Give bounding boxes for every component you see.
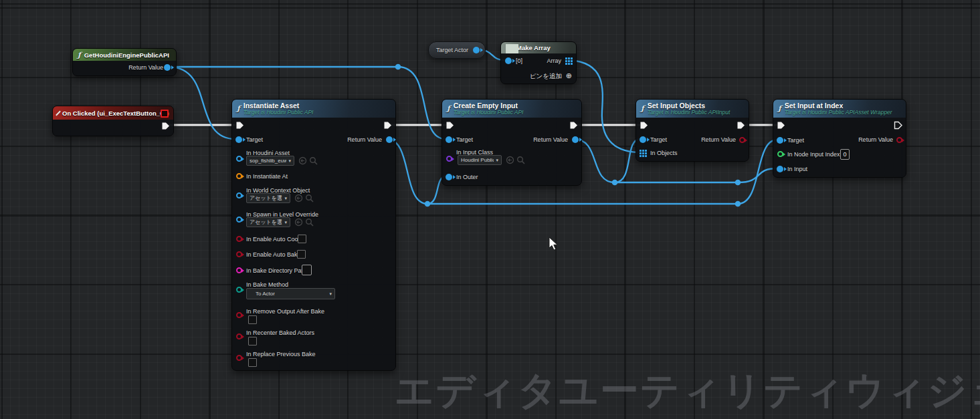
pin-label-in-bake-directory: In Bake Directory Path <box>246 267 306 274</box>
pin-in-objects[interactable] <box>640 150 642 152</box>
pin-in-bake-method[interactable] <box>236 287 242 293</box>
pin-label-in-enable-auto-bake: In Enable Auto Bake <box>246 251 301 258</box>
use-selected-icon[interactable] <box>506 156 514 164</box>
pin-in-recenter[interactable] <box>236 333 242 339</box>
auto-cook-checkbox[interactable] <box>298 235 306 243</box>
pin-label-in-replace-previous: In Replace Previous Bake <box>246 351 316 358</box>
use-selected-icon[interactable] <box>294 218 303 227</box>
pin-return-value[interactable] <box>572 136 579 143</box>
pin-in-enable-auto-cook[interactable] <box>236 236 242 242</box>
pin-label-return-value: Return Value <box>128 64 163 71</box>
pin-return-value[interactable] <box>164 64 171 71</box>
exec-out-pin[interactable] <box>161 122 170 130</box>
pin-in-input[interactable] <box>777 166 783 172</box>
bake-directory-textbox[interactable] <box>302 265 312 275</box>
pin-target-actor-out[interactable] <box>473 47 480 53</box>
pin-label-target: Target <box>787 137 804 144</box>
node-set-input-at-index[interactable]: ƒ Set Input at Index Target is Houdini P… <box>773 99 906 178</box>
pin-label-in-enable-auto-cook: In Enable Auto Cook <box>246 236 301 243</box>
input-class-dropdown[interactable]: Houdini Public A▾ <box>458 155 502 165</box>
reroute-dot[interactable] <box>735 201 741 207</box>
pin-label-in-input: In Input <box>787 166 807 172</box>
pin-in-enable-auto-bake[interactable] <box>236 251 242 257</box>
reroute-dot[interactable] <box>735 180 741 186</box>
node-target-actor-variable[interactable]: Target Actor <box>428 41 486 59</box>
pin-in-instantiate-at[interactable] <box>236 173 242 179</box>
node-header[interactable]: ƒ Set Input at Index Target is Houdini P… <box>773 100 906 118</box>
pin-return-value[interactable] <box>739 137 745 143</box>
pin-element-0[interactable] <box>505 57 512 64</box>
replace-previous-checkbox[interactable] <box>248 358 257 367</box>
world-context-dropdown[interactable]: アセットを選択▾ <box>246 193 290 203</box>
exec-out-pin[interactable] <box>737 121 745 130</box>
exec-in-pin[interactable] <box>446 121 454 130</box>
blueprint-graph-canvas[interactable]: エディタユーティリティウィジェット ƒ GetHoudiniEnginePubl… <box>0 0 980 419</box>
pin-in-remove-output[interactable] <box>236 312 242 318</box>
wire-api-to-createinput-target <box>398 67 446 139</box>
auto-bake-checkbox[interactable] <box>297 250 306 259</box>
spawn-level-value: アセットを選択 <box>250 219 282 226</box>
node-header[interactable]: Make Array <box>501 42 576 53</box>
browse-icon[interactable] <box>309 156 318 165</box>
node-create-empty-input[interactable]: ƒ Create Empty Input Target is Houdini P… <box>442 99 582 186</box>
pin-in-bake-directory[interactable] <box>236 267 242 273</box>
wire-to-setindex-input <box>738 168 777 182</box>
browse-icon[interactable] <box>305 218 314 227</box>
event-icon <box>56 110 61 116</box>
pin-return-value[interactable] <box>896 137 902 143</box>
use-selected-icon[interactable] <box>294 194 303 202</box>
exec-in-pin[interactable] <box>777 121 785 130</box>
exec-in-pin[interactable] <box>640 121 648 130</box>
pin-return-value[interactable] <box>386 136 393 143</box>
pin-in-spawn-level[interactable] <box>236 217 242 223</box>
pin-in-replace-previous[interactable] <box>236 355 242 361</box>
exec-out-pin[interactable] <box>569 121 578 130</box>
bake-method-value: To Actor <box>256 291 275 297</box>
reroute-dot[interactable] <box>395 64 401 70</box>
add-pin-icon[interactable]: ⊕ <box>566 72 572 80</box>
node-header[interactable]: ƒ Set Input Objects Target is Houdini Pu… <box>636 100 749 118</box>
node-header[interactable]: On Clicked (ui_ExecTextButton_01) <box>53 106 173 120</box>
recenter-checkbox[interactable] <box>248 337 257 345</box>
node-header[interactable]: ƒ Create Empty Input Target is Houdini P… <box>442 100 581 118</box>
browse-icon[interactable] <box>305 194 314 202</box>
bake-method-dropdown[interactable]: To Actor▾ <box>246 288 335 299</box>
pin-array-out[interactable] <box>565 57 567 59</box>
pin-in-outer[interactable] <box>446 174 452 180</box>
exec-in-pin[interactable] <box>235 121 244 130</box>
node-subtitle: Target is Houdini Public APIAsset Wrappe… <box>785 109 892 116</box>
pin-in-input-class[interactable] <box>446 156 452 162</box>
houdini-asset-dropdown[interactable]: sop_fishlib_euw▾ <box>246 156 294 166</box>
remove-output-checkbox[interactable] <box>248 315 257 324</box>
node-instantiate-asset[interactable]: ƒ Instantiate Asset Target is Houdini Pu… <box>231 99 396 371</box>
pin-label-return-value: Return Value <box>347 136 382 143</box>
pin-label-in-outer: In Outer <box>456 174 478 180</box>
function-icon: ƒ <box>78 51 81 59</box>
pin-target[interactable] <box>640 136 646 143</box>
node-input-index-value[interactable]: 0 <box>840 149 850 160</box>
browse-icon[interactable] <box>516 156 525 164</box>
pin-target[interactable] <box>777 137 783 144</box>
pin-in-houdini-asset[interactable] <box>236 156 242 162</box>
node-on-clicked-event[interactable]: On Clicked (ui_ExecTextButton_01) <box>52 106 174 136</box>
node-make-array[interactable]: Make Array [0] Array ピンを追加 ⊕ <box>500 41 577 84</box>
pin-in-world-context[interactable] <box>236 192 242 198</box>
pin-in-node-input-index[interactable] <box>777 151 783 157</box>
add-pin-label[interactable]: ピンを追加 <box>530 72 562 81</box>
reroute-dot[interactable] <box>612 180 618 186</box>
pin-label-in-remove-output: In Remove Output After Bake <box>246 308 324 315</box>
delegate-pin[interactable] <box>161 110 169 118</box>
pin-target[interactable] <box>446 136 452 143</box>
exec-out-pin[interactable] <box>383 121 392 130</box>
node-header[interactable]: ƒ GetHoudiniEnginePublicAPI <box>73 49 176 61</box>
exec-out-pin[interactable] <box>894 121 902 130</box>
node-set-input-objects[interactable]: ƒ Set Input Objects Target is Houdini Pu… <box>635 99 749 162</box>
reroute-dot[interactable] <box>425 201 431 207</box>
use-selected-icon[interactable] <box>298 156 307 165</box>
node-title: Make Array <box>516 44 551 51</box>
node-get-houdini-engine-public-api[interactable]: ƒ GetHoudiniEnginePublicAPI Return Value <box>72 48 177 76</box>
pin-target[interactable] <box>235 136 242 143</box>
spawn-level-dropdown[interactable]: アセットを選択▾ <box>246 217 290 227</box>
node-header[interactable]: ƒ Instantiate Asset Target is Houdini Pu… <box>232 100 395 118</box>
houdini-asset-value: sop_fishlib_euw <box>250 158 286 164</box>
